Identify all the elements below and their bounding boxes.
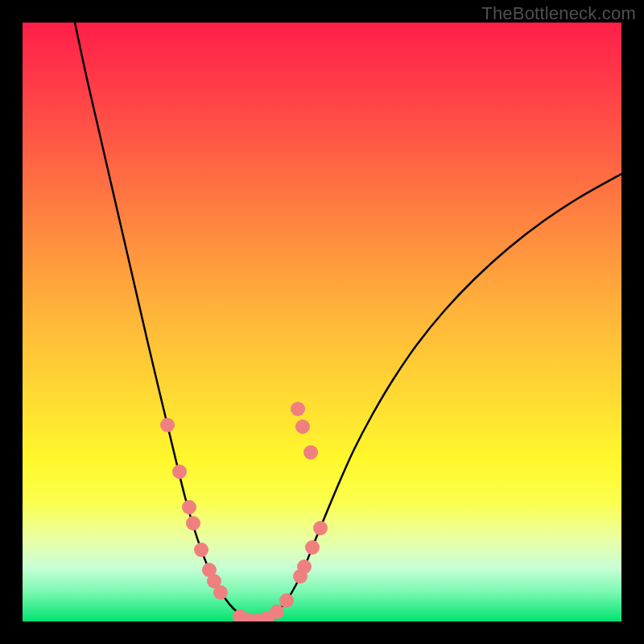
chart-plot-area xyxy=(23,23,621,621)
data-dot xyxy=(194,543,208,557)
data-dot xyxy=(297,559,312,574)
data-dot xyxy=(160,418,175,432)
data-dot xyxy=(213,585,228,600)
data-dot xyxy=(305,540,320,555)
data-dot xyxy=(182,500,196,514)
curves-group xyxy=(75,23,621,621)
data-dot xyxy=(279,593,294,608)
data-dot xyxy=(186,516,200,530)
dots-group xyxy=(160,402,328,621)
data-dot xyxy=(295,419,310,434)
curve-left-curve xyxy=(75,23,258,621)
data-dot xyxy=(303,445,318,460)
data-dot xyxy=(291,402,305,416)
chart-frame: TheBottleneck.com xyxy=(0,0,644,644)
data-dot xyxy=(270,605,284,619)
data-dot xyxy=(172,464,187,479)
watermark-text: TheBottleneck.com xyxy=(481,3,636,24)
data-dot xyxy=(313,521,328,535)
chart-svg xyxy=(23,23,621,621)
